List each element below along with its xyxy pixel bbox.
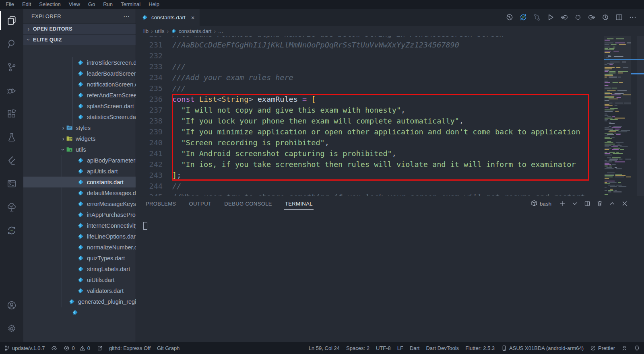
line-number[interactable]: 240 [136, 137, 166, 148]
git-branch-status[interactable]: update/v.1.0.7 [4, 345, 45, 351]
tree-item-constants-dart[interactable]: constants.dart [23, 177, 136, 187]
tree-item-utils[interactable]: ›utils [23, 144, 136, 155]
activity-account-icon[interactable] [0, 294, 23, 317]
tree-item-introsliderscreen-dart[interactable]: introSliderScreen.dart [23, 57, 136, 68]
cursor-position[interactable]: Ln 59, Col 24 [309, 345, 340, 351]
section-open-editors[interactable]: › OPEN EDITORS [23, 23, 136, 34]
panel-tab-problems[interactable]: PROBLEMS [145, 197, 177, 210]
tab-constants-dart[interactable]: constants.dart × [136, 9, 200, 26]
menu-run[interactable]: Run [99, 0, 117, 9]
tree-item-lifelineoptions-dart[interactable]: lifeLineOptions.dart [23, 231, 136, 242]
line-number[interactable]: 232 [136, 50, 166, 61]
menu-selection[interactable]: Selection [35, 0, 64, 9]
split-editor-icon[interactable] [615, 13, 623, 21]
activity-explorer-icon[interactable] [0, 9, 23, 32]
line-number[interactable]: 245 [136, 191, 166, 196]
menu-help[interactable]: Help [144, 0, 163, 9]
line-number[interactable]: 244 [136, 181, 166, 191]
tree-item-uiutils-dart[interactable]: uiUtils.dart [23, 274, 136, 285]
tree-item-internetconnectivity-dart[interactable]: internetConnectivity.dart [23, 220, 136, 231]
panel-tab-debug-console[interactable]: DEBUG CONSOLE [223, 197, 273, 210]
run-icon[interactable] [547, 13, 555, 21]
activity-flutter-icon[interactable] [0, 149, 23, 172]
flutter-version[interactable]: Flutter: 2.5.3 [465, 345, 495, 351]
menu-terminal[interactable]: Terminal [117, 0, 144, 9]
scrollbar[interactable] [637, 36, 644, 196]
tree-item-errormessagekeys-dart[interactable]: errorMessageKeys.dart [23, 198, 136, 209]
tree-item-leaderboardscreen-dart[interactable]: leaderBoardScreen.dart [23, 68, 136, 79]
eol[interactable]: LF [397, 345, 403, 351]
tree-item-apibodyparameterlabe-[interactable]: apiBodyParameterLabe... [23, 155, 136, 166]
maximize-panel-icon[interactable] [609, 200, 615, 207]
breadcrumb-utils[interactable]: utils [155, 28, 164, 34]
tree-item-normalizenumber-dart[interactable]: normalizeNumber.dart [23, 242, 136, 253]
breadcrumb-lib[interactable]: lib [143, 28, 149, 34]
tree-item-generated-plugin-regist-[interactable]: generated_plugin_regist... [23, 296, 136, 307]
tree-item-apiutils-dart[interactable]: apiUtils.dart [23, 166, 136, 177]
run-circle-icon[interactable] [574, 13, 582, 21]
panel-tab-output[interactable]: OUTPUT [188, 197, 212, 210]
tree-item-inapppurchaseproduct-[interactable]: inAppPurchaseProduct... [23, 209, 136, 220]
device-selector[interactable]: ASUS X01BDA (android-arm64) [501, 345, 584, 351]
tree-item-defaultmessages-dart[interactable]: defaultMessages.dart [23, 187, 136, 198]
activity-project-tree-icon[interactable] [0, 196, 23, 219]
activity-sync-diff-icon[interactable] [0, 219, 23, 242]
tree-item-stringlabels-dart[interactable]: stringLabels.dart [23, 263, 136, 274]
activity-terminal-view-icon[interactable] [0, 172, 23, 196]
line-number[interactable]: 237 [136, 105, 166, 115]
compare-changes-icon[interactable] [533, 13, 541, 21]
menu-edit[interactable]: Edit [18, 0, 35, 9]
terminal-body[interactable] [143, 222, 147, 230]
tree-item-statisticsscreen-dart[interactable]: statisticsScreen.dart [23, 111, 136, 122]
line-number[interactable]: 235 [136, 83, 166, 94]
menu-file[interactable]: File [2, 0, 18, 9]
prettier-status[interactable]: Prettier [590, 345, 615, 351]
activity-extensions-icon[interactable] [0, 102, 23, 126]
more-actions-icon[interactable] [629, 13, 637, 21]
close-panel-icon[interactable] [621, 200, 628, 207]
line-number[interactable]: 236 [136, 94, 166, 105]
tree-item-referandearnscreen-d-[interactable]: referAndEarnScreen.d... [23, 90, 136, 101]
editor-surface[interactable]: 230//to make FontMode alpha numeric use … [136, 36, 644, 196]
line-number[interactable]: 241 [136, 148, 166, 159]
breadcrumb-constants-dart[interactable]: constants.dart [171, 28, 212, 34]
line-number[interactable]: 243 [136, 170, 166, 181]
dart-devtools[interactable]: Dart DevTools [426, 345, 459, 351]
activity-source-control-icon[interactable] [0, 56, 23, 79]
tree-item-partial[interactable] [23, 307, 136, 315]
menu-go[interactable]: Go [84, 0, 99, 9]
tree-item-validators-dart[interactable]: validators.dart [23, 285, 136, 296]
tab-close-icon[interactable]: × [191, 14, 195, 21]
profile-timer-icon[interactable] [601, 13, 609, 21]
tree-item-splashscreen-dart[interactable]: splashScreen.dart [23, 101, 136, 111]
section-project-root[interactable]: › ELITE QUIZ [23, 34, 136, 45]
menu-view[interactable]: View [65, 0, 84, 9]
kill-terminal-icon[interactable] [597, 200, 603, 207]
githd-status[interactable]: githd: Express Off [109, 345, 151, 351]
tree-item-notificationscreen-dart[interactable]: notificationScreen.dart [23, 79, 136, 90]
sidebar-more-actions-icon[interactable]: ⋯ [123, 12, 130, 20]
githd-icon-status[interactable] [97, 345, 103, 351]
hot-reload-icon[interactable] [519, 13, 527, 21]
breadcrumb--[interactable]: … [218, 28, 223, 34]
step-back-icon[interactable] [560, 13, 568, 21]
line-number[interactable]: 242 [136, 159, 166, 170]
minimap[interactable] [604, 36, 631, 196]
panel-tab-terminal[interactable]: TERMINAL [284, 197, 314, 210]
terminal-shell-selector[interactable]: $bash [531, 200, 551, 208]
activity-search-icon[interactable] [0, 32, 23, 56]
terminal-picker-icon[interactable] [572, 200, 578, 207]
line-number[interactable]: 231 [136, 39, 166, 50]
tree-item-coinstorescreen-dart[interactable]: coinStoreScreen.dart [23, 54, 136, 57]
feedback[interactable] [621, 345, 627, 351]
activity-run-debug-icon[interactable] [0, 79, 23, 102]
timeline-history-icon[interactable] [506, 13, 514, 21]
line-number[interactable]: 233 [136, 61, 166, 72]
git-graph-status[interactable]: Git Graph [157, 345, 180, 351]
line-number[interactable]: 230 [136, 36, 166, 39]
tree-item-widgets[interactable]: ›widgets [23, 133, 136, 144]
problems-status[interactable]: 00 [64, 345, 90, 351]
notifications-bell[interactable] [634, 345, 640, 351]
line-number[interactable]: 238 [136, 115, 166, 126]
split-terminal-icon[interactable] [584, 200, 590, 207]
